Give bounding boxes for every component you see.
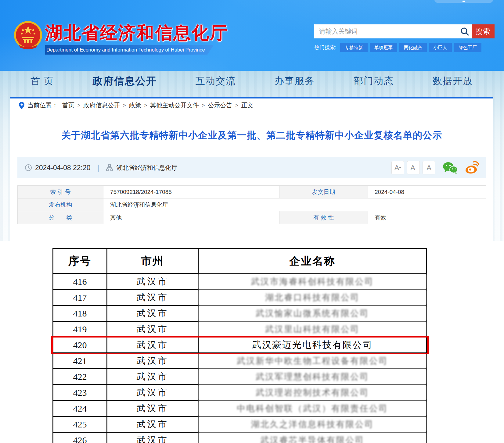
meta-table-row: 发布机构湖北省经济和信息化厅 (18, 198, 486, 211)
cell-city: 武汉市 (107, 432, 198, 443)
page-title: 关于湖北省第六批专精特新中小企业及第一批、第二批专精特新中小企业复核名单的公示 (10, 129, 493, 142)
cell-city: 武汉市 (107, 416, 198, 432)
meta-value: 2024-04-08 (368, 186, 486, 198)
meta-label: 发文日期 (279, 186, 368, 198)
company-table-header-row: 序号市州企业名称 (53, 248, 427, 274)
company-table: 序号市州企业名称 416武汉市武汉市海睿科创科技有限公司417武汉市湖北睿口科技… (52, 248, 427, 443)
breadcrumb-items: 首页>政府信息公开>政策>其他主动公开文件>公示公告>正文 (60, 101, 255, 109)
hot-keyword-button-1[interactable]: 单项冠军 (370, 43, 397, 52)
cell-company-name: 湖北久之洋信息科技有限公司 (198, 416, 427, 432)
publish-time: 2024-04-08 22:20 (35, 164, 91, 172)
breadcrumb-item-2[interactable]: 政策 (129, 101, 141, 109)
cell-serial-number: 421 (53, 353, 107, 369)
breadcrumb-separator: > (202, 103, 205, 108)
site-subtitle: Department of Economy and Information Te… (45, 45, 214, 55)
meta-left: 2024-04-08 22:20 | 湖北省经济和信息化厅 (25, 163, 177, 173)
cell-serial-number: 425 (53, 416, 107, 432)
font-size-button-2[interactable]: A (423, 161, 435, 174)
meta-label: 有 效 性 (279, 211, 368, 224)
meta-value: 其他 (103, 211, 279, 224)
hot-keyword-button-4[interactable]: 绿色工厂 (454, 43, 481, 52)
table-row: 419武汉市武汉里山科技有限公司 (53, 321, 427, 337)
font-size-button-0[interactable]: A+ (391, 161, 404, 174)
table-row: 417武汉市湖北睿口科技有限公司 (53, 290, 427, 305)
breadcrumb-item-1[interactable]: 政府信息公开 (83, 101, 120, 109)
nav-item-0[interactable]: 首 页 (31, 75, 54, 88)
table-row: 426武汉市武汉睿芯半导体有限公司 (53, 432, 427, 443)
weibo-share-icon[interactable] (465, 161, 479, 174)
cell-serial-number: 419 (53, 321, 107, 337)
font-size-buttons: A+A-A (389, 161, 435, 174)
hot-search-buttons: 专精特新单项冠军两化融合小巨人绿色工厂 (340, 43, 484, 52)
breadcrumb-separator: > (123, 103, 126, 108)
cell-company-name: 武汉里山科技有限公司 (198, 321, 427, 337)
table-row: 416武汉市武汉市海睿科创科技有限公司 (53, 274, 427, 290)
hot-keyword-button-0[interactable]: 专精特新 (340, 43, 368, 52)
cell-city: 武汉市 (107, 337, 198, 353)
meta-label: 分 类 (18, 211, 103, 224)
nav-item-2[interactable]: 互动交流 (196, 75, 236, 88)
cell-city: 武汉市 (107, 353, 198, 369)
cell-city: 武汉市 (107, 369, 198, 385)
meta-value: 有效 (368, 211, 486, 224)
cell-serial-number: 426 (53, 432, 107, 443)
nav-item-4[interactable]: 部门动态 (354, 75, 394, 88)
table-row: 424武汉市中电科创智联（武汉）有限责任公司 (53, 401, 427, 416)
font-size-button-1[interactable]: A- (407, 161, 420, 174)
cell-city: 武汉市 (107, 290, 198, 305)
breadcrumb-item-3[interactable]: 其他主动公开文件 (150, 101, 199, 109)
meta-right: A+A-A (389, 161, 479, 174)
breadcrumb-label: 当前位置： (27, 101, 58, 109)
hot-search-row: 热门搜索: 专精特新单项冠军两化融合小巨人绿色工厂 (314, 43, 484, 52)
table-row: 423武汉市武汉理岩控制技术有限公司 (53, 385, 427, 401)
cell-city: 武汉市 (107, 305, 198, 321)
document-meta-table-body: 索 引 号757009218/2024-17085发文日期2024-04-08发… (18, 186, 486, 224)
company-table-body: 416武汉市武汉市海睿科创科技有限公司417武汉市湖北睿口科技有限公司418武汉… (53, 274, 427, 443)
wechat-share-icon[interactable] (442, 161, 458, 174)
clock-icon (25, 164, 32, 171)
breadcrumb-item-5[interactable]: 正文 (241, 101, 254, 109)
cell-company-name: 中电科创智联（武汉）有限责任公司 (198, 401, 427, 416)
cell-city: 武汉市 (107, 385, 198, 401)
breadcrumb-item-4[interactable]: 公示公告 (208, 101, 232, 109)
nav-item-3[interactable]: 办事服务 (275, 75, 315, 88)
cell-serial-number: 423 (53, 385, 107, 401)
cell-company-name: 湖北睿口科技有限公司 (198, 290, 427, 305)
national-emblem-logo (13, 20, 43, 51)
hot-search-label: 热门搜索: (314, 44, 337, 51)
search-icon[interactable] (458, 24, 472, 38)
search-box (314, 24, 472, 38)
breadcrumb-separator: > (235, 103, 238, 108)
nav-item-1[interactable]: 政府信息公开 (93, 74, 157, 88)
search-button[interactable]: 搜索 (472, 24, 495, 38)
meta-value: 757009218/2024-17085 (103, 186, 279, 198)
meta-table-row: 索 引 号757009218/2024-17085发文日期2024-04-08 (18, 186, 486, 198)
cell-serial-number: 424 (53, 401, 107, 416)
document-meta-table: 索 引 号757009218/2024-17085发文日期2024-04-08发… (17, 185, 486, 224)
main-nav: 首 页政府信息公开互动交流办事服务部门动态数据开放 (18, 71, 485, 91)
company-table-header: 序号 (53, 248, 107, 274)
cell-company-name: 武汉理岩控制技术有限公司 (198, 385, 427, 401)
cell-serial-number: 417 (53, 290, 107, 305)
site-title: 湖北省经济和信息化厅 (45, 21, 228, 45)
hot-keyword-button-3[interactable]: 小巨人 (429, 43, 452, 52)
search-input[interactable] (314, 24, 458, 38)
nav-item-5[interactable]: 数据开放 (433, 75, 473, 88)
top-floating-tab (434, 0, 493, 3)
page: 湖北省经济和信息化厅 Department of Economy and Inf… (0, 0, 504, 443)
cell-company-name: 武汉市海睿科创科技有限公司 (198, 274, 427, 290)
location-pin-icon (19, 102, 24, 109)
cell-company-name: 武汉愉家山微系统有限公司 (198, 305, 427, 321)
table-row: 421武汉市武汉新华中欧生物工程设备有限公司 (53, 353, 427, 369)
company-table-header: 企业名称 (198, 248, 427, 274)
breadcrumb: 当前位置： 首页>政府信息公开>政策>其他主动公开文件>公示公告>正文 (19, 101, 255, 109)
cell-city: 武汉市 (107, 274, 198, 290)
hot-keyword-button-2[interactable]: 两化融合 (399, 43, 427, 52)
article-meta-band: 2024-04-08 22:20 | 湖北省经济和信息化厅 A+A-A (17, 157, 486, 178)
meta-value: 湖北省经济和信息化厅 (103, 198, 486, 211)
table-row: 420武汉市武汉豪迈光电科技有限公司 (53, 337, 427, 353)
org-icon (106, 164, 113, 171)
site-banner: 湖北省经济和信息化厅 Department of Economy and Inf… (0, 0, 504, 71)
table-row: 422武汉市武汉军理慧创科技有限公司 (53, 369, 427, 385)
breadcrumb-item-0[interactable]: 首页 (62, 101, 74, 109)
